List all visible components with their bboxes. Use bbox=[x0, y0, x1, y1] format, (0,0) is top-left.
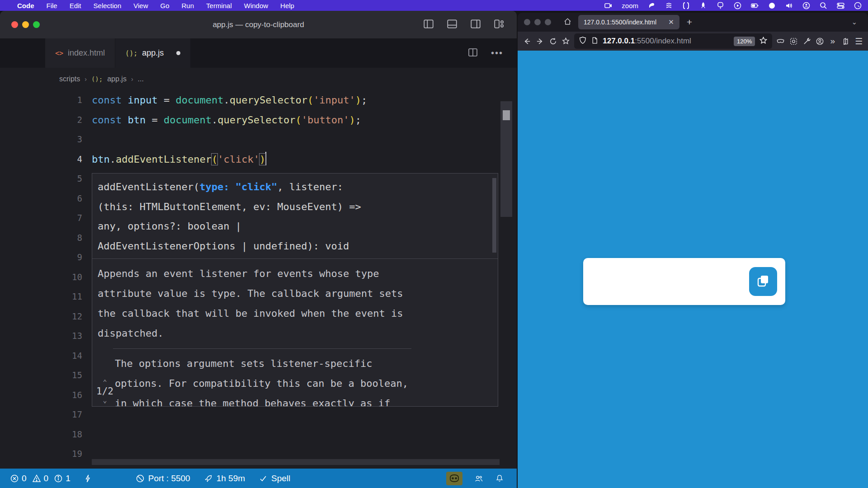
vscode-titlebar[interactable]: app.js — copy-to-clipboard bbox=[0, 11, 517, 38]
intellisense-hover[interactable]: addEventListener(type: "click", listener… bbox=[92, 173, 498, 407]
line-number: 1 bbox=[0, 90, 82, 110]
breadcrumb-file[interactable]: app.js bbox=[107, 75, 127, 83]
mask-icon[interactable] bbox=[776, 34, 785, 48]
tabbar-actions: ••• bbox=[467, 38, 503, 68]
home-icon[interactable] bbox=[563, 17, 572, 28]
page-info-icon[interactable] bbox=[591, 37, 599, 46]
customize-layout-icon[interactable] bbox=[493, 18, 505, 32]
menu-item-selection[interactable]: Selection bbox=[94, 2, 122, 9]
breadcrumb-folder[interactable]: scripts bbox=[59, 75, 80, 83]
new-tab-button[interactable]: + bbox=[687, 17, 692, 28]
copy-button[interactable] bbox=[749, 267, 777, 296]
tab-app-js[interactable]: (); app.js bbox=[115, 38, 190, 68]
menu-item-run[interactable]: Run bbox=[182, 2, 194, 9]
editor-more-actions-icon[interactable]: ••• bbox=[491, 48, 503, 58]
hover-scrollbar[interactable] bbox=[492, 178, 496, 253]
spell-checker-status[interactable]: Spell bbox=[259, 474, 290, 483]
braces-icon[interactable] bbox=[682, 2, 690, 9]
time-label: 1h 59m bbox=[217, 474, 245, 483]
toggle-sidebar-icon[interactable] bbox=[423, 18, 434, 32]
line-number: 3 bbox=[0, 130, 82, 150]
toggle-panel-icon[interactable] bbox=[446, 18, 458, 32]
code-line-2[interactable]: 2const btn = document.querySelector('but… bbox=[0, 110, 517, 130]
bell-icon[interactable] bbox=[495, 474, 504, 483]
tab-index-html[interactable]: <> index.html bbox=[45, 38, 115, 68]
zoom-menu-label[interactable]: zoom bbox=[622, 2, 638, 9]
toggle-secondary-sidebar-icon[interactable] bbox=[470, 18, 481, 32]
chevron-down-icon[interactable]: ⌄ bbox=[96, 397, 114, 404]
editor-vertical-scrollbar[interactable] bbox=[500, 101, 512, 217]
close-tab-icon[interactable]: ✕ bbox=[668, 18, 674, 26]
clock-icon[interactable] bbox=[854, 2, 862, 9]
problems-status[interactable]: 0 0 1 bbox=[10, 474, 71, 483]
js-file-icon: (); bbox=[125, 49, 137, 57]
people-icon[interactable] bbox=[474, 474, 483, 483]
shield-icon[interactable] bbox=[579, 36, 587, 46]
bookmark-star-icon[interactable] bbox=[759, 36, 768, 47]
menu-item-help[interactable]: Help bbox=[280, 2, 294, 9]
menu-item-edit[interactable]: Edit bbox=[70, 2, 81, 9]
close-window-button[interactable] bbox=[11, 21, 18, 28]
close-window-button[interactable] bbox=[524, 19, 530, 25]
menu-item-window[interactable]: Window bbox=[244, 2, 268, 9]
screenshot-icon[interactable] bbox=[789, 34, 798, 48]
menu-item-view[interactable]: View bbox=[133, 2, 148, 9]
chevron-up-icon[interactable]: ⌃ bbox=[96, 379, 114, 385]
overflow-chevron-icon[interactable]: » bbox=[828, 34, 838, 48]
chevron-right-icon: › bbox=[131, 75, 133, 83]
copilot-status[interactable] bbox=[446, 472, 462, 485]
editor-horizontal-scrollbar[interactable] bbox=[92, 459, 500, 465]
back-icon[interactable] bbox=[522, 34, 532, 48]
lightning-icon[interactable] bbox=[83, 474, 92, 483]
minimize-window-button[interactable] bbox=[534, 19, 541, 25]
firefox-tab-bar: 127.0.0.1:5500/index.html ✕ + ⌄ bbox=[518, 13, 868, 32]
url-text[interactable]: 127.0.0.1:5500/index.html bbox=[603, 37, 691, 46]
live-server-port-status[interactable]: Port : 5500 bbox=[136, 474, 190, 483]
menu-item-code[interactable]: Code bbox=[17, 2, 34, 9]
bookmarks-icon[interactable] bbox=[561, 34, 571, 48]
maximize-window-button[interactable] bbox=[33, 21, 40, 28]
browser-tab[interactable]: 127.0.0.1:5500/index.html ✕ bbox=[578, 15, 679, 29]
battery-icon[interactable] bbox=[751, 2, 759, 9]
extension-icon[interactable] bbox=[841, 34, 850, 48]
globe-account-icon[interactable] bbox=[815, 34, 825, 48]
html-file-icon: <> bbox=[55, 49, 63, 57]
search-icon[interactable] bbox=[820, 2, 827, 9]
text-input[interactable] bbox=[590, 262, 748, 301]
play-circle-icon[interactable] bbox=[734, 2, 741, 9]
list-all-tabs-icon[interactable]: ⌄ bbox=[851, 18, 857, 26]
maximize-window-button[interactable] bbox=[545, 19, 551, 25]
menu-item-terminal[interactable]: Terminal bbox=[206, 2, 232, 9]
wrench-icon[interactable] bbox=[802, 34, 811, 48]
menu-icon[interactable]: ☰ bbox=[854, 34, 863, 48]
breadcrumb[interactable]: scripts › (); app.js › ... bbox=[0, 68, 517, 90]
menu-item-file[interactable]: File bbox=[47, 2, 57, 9]
url-bar[interactable]: 127.0.0.1:5500/index.html 120% bbox=[574, 33, 772, 49]
breadcrumb-symbol[interactable]: ... bbox=[138, 75, 144, 83]
menu-item-go[interactable]: Go bbox=[160, 2, 170, 9]
modified-dot-icon[interactable] bbox=[176, 51, 180, 55]
face-circle-icon[interactable] bbox=[802, 2, 810, 9]
record-dot-icon[interactable] bbox=[768, 2, 776, 9]
code-line-18[interactable]: 18 bbox=[0, 425, 517, 445]
reload-icon[interactable] bbox=[548, 34, 558, 48]
stack-icon[interactable] bbox=[665, 2, 673, 9]
warning-icon bbox=[32, 474, 41, 483]
code-line-3[interactable]: 3 bbox=[0, 130, 517, 150]
code-line-1[interactable]: 1const input = document.querySelector('i… bbox=[0, 90, 517, 110]
code-editor[interactable]: 1const input = document.querySelector('i… bbox=[0, 90, 517, 469]
screen-record-icon[interactable] bbox=[604, 2, 612, 9]
split-editor-icon[interactable] bbox=[467, 47, 478, 60]
shell-icon[interactable] bbox=[648, 2, 656, 9]
time-tracker-status[interactable]: 1h 59m bbox=[204, 474, 245, 483]
zoom-level-badge[interactable]: 120% bbox=[734, 37, 755, 46]
paddle-icon[interactable] bbox=[717, 2, 724, 9]
line-number: 18 bbox=[0, 425, 82, 445]
code-line-4[interactable]: 4btn.addEventListener('click') bbox=[0, 150, 517, 169]
code-line-17[interactable]: 17 bbox=[0, 405, 517, 425]
control-center-icon[interactable] bbox=[837, 2, 844, 9]
forward-icon[interactable] bbox=[535, 34, 545, 48]
minimize-window-button[interactable] bbox=[22, 21, 29, 28]
volume-icon[interactable] bbox=[785, 2, 793, 9]
rocket-icon[interactable] bbox=[699, 2, 707, 9]
